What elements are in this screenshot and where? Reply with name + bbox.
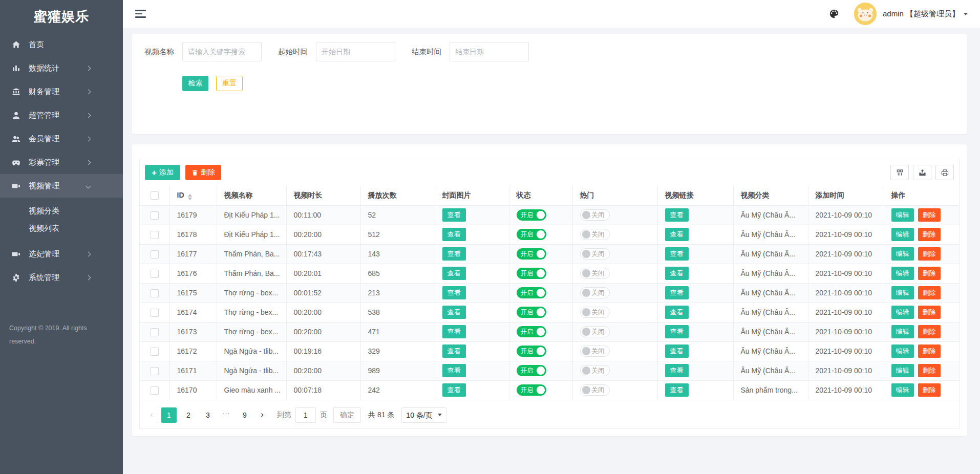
cover-view-button[interactable]: 查看 [442, 306, 466, 319]
row-checkbox[interactable] [151, 309, 159, 317]
row-checkbox[interactable] [151, 328, 159, 336]
edit-button[interactable]: 编辑 [891, 364, 914, 377]
row-delete-button[interactable]: 删除 [918, 247, 941, 261]
edit-button[interactable]: 编辑 [891, 383, 914, 397]
print-icon[interactable] [935, 165, 954, 180]
cover-view-button[interactable]: 查看 [442, 364, 466, 377]
goto-page-input[interactable] [295, 407, 316, 423]
link-view-button[interactable]: 查看 [665, 344, 689, 358]
hot-toggle[interactable]: 关闭 [580, 268, 610, 279]
sidebar-item-data-stats[interactable]: 数据统计 [0, 56, 123, 80]
row-delete-button[interactable]: 删除 [918, 383, 941, 397]
page-button-9[interactable]: 9 [237, 407, 252, 423]
edit-button[interactable]: 编辑 [891, 286, 914, 299]
row-checkbox[interactable] [151, 231, 159, 239]
link-view-button[interactable]: 查看 [665, 247, 689, 261]
sidebar-item-finance[interactable]: 财务管理 [0, 80, 123, 103]
row-checkbox[interactable] [151, 289, 159, 297]
hot-toggle[interactable]: 关闭 [580, 287, 610, 298]
hot-toggle[interactable]: 关闭 [580, 307, 610, 318]
edit-button[interactable]: 编辑 [891, 306, 914, 319]
edit-button[interactable]: 编辑 [891, 247, 914, 261]
cover-view-button[interactable]: 查看 [442, 247, 466, 261]
sidebar-subitem-video-list[interactable]: 视频列表 [0, 220, 123, 237]
row-delete-button[interactable]: 删除 [918, 228, 941, 241]
edit-button[interactable]: 编辑 [891, 344, 914, 358]
search-button[interactable]: 检索 [182, 76, 208, 91]
row-checkbox[interactable] [151, 348, 159, 356]
user-avatar[interactable] [854, 3, 877, 25]
next-page-button[interactable]: › [257, 407, 268, 423]
row-checkbox[interactable] [151, 270, 159, 278]
hot-toggle[interactable]: 关闭 [580, 209, 610, 221]
row-checkbox[interactable] [151, 386, 159, 395]
page-size-select[interactable]: 10 条/页 [401, 407, 446, 423]
link-view-button[interactable]: 查看 [665, 286, 689, 299]
col-id[interactable]: ID [169, 186, 217, 205]
link-view-button[interactable]: 查看 [665, 306, 689, 319]
link-view-button[interactable]: 查看 [665, 325, 689, 338]
row-checkbox[interactable] [151, 250, 159, 258]
theme-palette-icon[interactable] [827, 7, 841, 20]
status-toggle[interactable]: 开启 [517, 229, 546, 240]
link-view-button[interactable]: 查看 [665, 364, 689, 377]
sidebar-item-video[interactable]: 视频管理 [0, 174, 123, 198]
sidebar-item-super-admin[interactable]: 超管管理 [0, 103, 123, 127]
row-checkbox[interactable] [151, 211, 159, 220]
cover-view-button[interactable]: 查看 [442, 383, 466, 397]
page-button-1[interactable]: 1 [161, 407, 177, 423]
user-dropdown[interactable]: admin 【超级管理员】 [883, 9, 968, 19]
row-delete-button[interactable]: 删除 [918, 344, 941, 358]
start-date-input[interactable] [316, 42, 395, 61]
cover-view-button[interactable]: 查看 [442, 325, 466, 338]
edit-button[interactable]: 编辑 [891, 208, 914, 222]
hot-toggle[interactable]: 关闭 [580, 346, 610, 357]
add-button[interactable]: + 添加 [145, 165, 180, 180]
video-name-input[interactable] [182, 42, 262, 61]
hot-toggle[interactable]: 关闭 [580, 326, 610, 337]
sidebar-subitem-video-category[interactable]: 视频分类 [0, 202, 123, 220]
row-checkbox[interactable] [151, 367, 159, 375]
hot-toggle[interactable]: 关闭 [580, 229, 610, 240]
bulk-delete-button[interactable]: 删除 [185, 165, 221, 180]
row-delete-button[interactable]: 删除 [918, 364, 941, 377]
row-delete-button[interactable]: 删除 [918, 306, 941, 319]
sidebar-item-concubine[interactable]: 选妃管理 [0, 242, 123, 266]
hot-toggle[interactable]: 关闭 [580, 384, 610, 396]
row-delete-button[interactable]: 删除 [918, 208, 941, 222]
edit-button[interactable]: 编辑 [891, 267, 914, 280]
sort-icon[interactable] [188, 194, 192, 200]
cover-view-button[interactable]: 查看 [442, 228, 466, 241]
export-icon[interactable] [913, 165, 931, 180]
status-toggle[interactable]: 开启 [517, 268, 546, 279]
page-button-3[interactable]: 3 [200, 407, 216, 423]
status-toggle[interactable]: 开启 [517, 209, 546, 221]
status-toggle[interactable]: 开启 [517, 365, 546, 376]
sidebar-item-system[interactable]: 系统管理 [0, 266, 123, 289]
cover-view-button[interactable]: 查看 [442, 208, 466, 222]
status-toggle[interactable]: 开启 [517, 326, 546, 337]
row-delete-button[interactable]: 删除 [918, 325, 941, 338]
edit-button[interactable]: 编辑 [891, 325, 914, 338]
page-button-2[interactable]: 2 [181, 407, 196, 423]
hot-toggle[interactable]: 关闭 [580, 365, 610, 376]
link-view-button[interactable]: 查看 [665, 267, 689, 280]
status-toggle[interactable]: 开启 [517, 248, 546, 260]
cover-view-button[interactable]: 查看 [442, 344, 466, 358]
goto-confirm-button[interactable]: 确定 [333, 407, 361, 423]
columns-filter-icon[interactable] [890, 165, 909, 180]
link-view-button[interactable]: 查看 [665, 383, 689, 397]
sidebar-collapse-button[interactable] [135, 10, 146, 18]
end-date-input[interactable] [450, 42, 529, 61]
select-all-checkbox[interactable] [151, 191, 159, 200]
sidebar-item-members[interactable]: 会员管理 [0, 127, 123, 150]
sidebar-item-lottery[interactable]: 彩票管理 [0, 150, 123, 174]
row-delete-button[interactable]: 删除 [918, 267, 941, 280]
reset-button[interactable]: 重置 [216, 76, 243, 91]
status-toggle[interactable]: 开启 [517, 307, 546, 318]
prev-page-button[interactable]: ‹ [146, 407, 157, 423]
sidebar-item-home[interactable]: 首页 [0, 33, 123, 56]
cover-view-button[interactable]: 查看 [442, 267, 466, 280]
status-toggle[interactable]: 开启 [517, 384, 546, 396]
status-toggle[interactable]: 开启 [517, 287, 546, 298]
